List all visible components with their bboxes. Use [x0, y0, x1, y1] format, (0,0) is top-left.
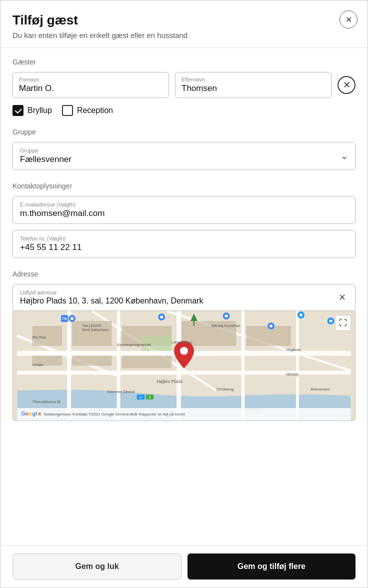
svg-text:Tastaturgenveje  Kortdata ©202: Tastaturgenveje Kortdata ©2021 Google Se… — [43, 412, 185, 416]
last-name-input[interactable] — [182, 84, 325, 94]
svg-text:Nikolaj Kunsthal: Nikolaj Kunsthal — [212, 324, 240, 328]
modal-subtitle: Du kan enten tilføje en enkelt gæst elle… — [12, 31, 356, 40]
group-section-label: Gruppe — [12, 128, 356, 136]
svg-text:Christiansg: Christiansg — [216, 388, 234, 392]
close-icon: ✕ — [346, 15, 352, 24]
save-add-button[interactable]: Gem og tilføj flere — [188, 554, 356, 580]
bryllup-checkbox-item[interactable]: Bryllup — [12, 105, 52, 116]
reception-checkbox-item[interactable]: Reception — [62, 105, 113, 116]
reception-label: Reception — [77, 106, 113, 115]
svg-rect-17 — [72, 356, 112, 366]
svg-text:o: o — [25, 410, 28, 416]
svg-point-35 — [180, 347, 188, 355]
email-label: E-mailadresse (Valgfri) — [20, 202, 348, 208]
first-name-input[interactable] — [19, 84, 162, 94]
svg-point-27 — [270, 324, 272, 328]
svg-rect-3 — [67, 311, 71, 420]
svg-rect-15 — [246, 326, 291, 346]
group-section: Gruppe Gruppe Fællesvenner ⌄ — [12, 128, 356, 170]
address-clear-button[interactable]: ✕ — [336, 290, 348, 305]
modal-footer: Gem og luk Gem og tilføj flere — [0, 545, 368, 588]
svg-text:Thorvaldsens M: Thorvaldsens M — [32, 400, 60, 404]
first-name-label: Fornavn — [19, 76, 162, 82]
svg-point-31 — [330, 320, 332, 322]
chevron-down-icon: ⌄ — [340, 150, 348, 162]
bryllup-label: Bryllup — [28, 106, 52, 115]
modal-header: Tilføj gæst Du kan enten tilføje en enke… — [0, 0, 368, 48]
email-input[interactable] — [20, 208, 348, 218]
phone-field-wrapper: Telefon nr. (Valgfri) — [12, 230, 356, 258]
svg-text:M: M — [140, 396, 142, 399]
address-inner: Udfyld adresse Højbro Plads 10, 3. sal, … — [20, 290, 336, 306]
svg-text:Vingårdst: Vingårdst — [286, 348, 300, 352]
guests-section-label: Gæster — [12, 58, 356, 66]
address-label: Udfyld adresse — [20, 290, 336, 296]
email-field-wrapper: E-mailadresse (Valgfri) — [12, 196, 356, 224]
expand-icon: ⛶ — [339, 318, 347, 328]
svg-text:Bremerholm: Bremerholm — [311, 388, 330, 391]
add-guest-modal: Tilføj gæst Du kan enten tilføje en enke… — [0, 0, 368, 588]
contact-section: Kontaktoplysninger E-mailadresse (Valgfr… — [12, 182, 356, 258]
svg-text:Højbro Plads: Højbro Plads — [156, 379, 182, 384]
svg-text:Riz Raz: Riz Raz — [32, 335, 46, 340]
address-value: Højbro Plads 10, 3. sal, 1200 København,… — [20, 296, 336, 306]
svg-text:Læderstræde: Læderstræde — [172, 340, 192, 344]
group-dropdown-label: Gruppe — [20, 148, 72, 154]
remove-icon: ✕ — [343, 80, 350, 90]
map-expand-button[interactable]: ⛶ — [335, 315, 351, 331]
svg-point-21 — [70, 317, 74, 320]
svg-rect-7 — [296, 311, 299, 420]
svg-text:S: S — [148, 396, 150, 399]
svg-rect-18 — [122, 356, 172, 368]
map-svg: 🛍 Højbro Plads Læderstræde Gammel Strand… — [13, 311, 355, 420]
address-section: Adresse Udfyld adresse Højbro Plads 10, … — [12, 270, 356, 421]
svg-text:Nikolaig: Nikolaig — [286, 372, 298, 376]
svg-text:The LEGO®: The LEGO® — [82, 324, 102, 328]
last-name-field: Efternavn — [175, 72, 332, 98]
modal-body: Gæster Fornavn Efternavn ✕ Bry — [0, 48, 368, 545]
svg-rect-6 — [241, 311, 244, 420]
map-container: 🛍 Højbro Plads Læderstræde Gammel Strand… — [12, 311, 356, 421]
bryllup-checkbox-visual — [12, 105, 24, 116]
svg-text:g: g — [32, 410, 36, 416]
contact-section-label: Kontaktoplysninger — [12, 182, 356, 190]
svg-text:Gammel Strand: Gammel Strand — [107, 390, 135, 394]
svg-text:Store København: Store København — [82, 328, 109, 332]
group-dropdown-inner: Gruppe Fællesvenner — [20, 148, 72, 164]
svg-point-25 — [225, 314, 228, 318]
modal-title: Tilføj gæst — [12, 12, 356, 28]
phone-input[interactable] — [20, 242, 348, 252]
svg-text:l: l — [36, 410, 37, 416]
address-field-wrapper: Udfyld adresse Højbro Plads 10, 3. sal, … — [12, 284, 356, 311]
phone-label: Telefon nr. (Valgfri) — [20, 236, 348, 242]
svg-text:🛍: 🛍 — [62, 316, 67, 321]
save-close-button[interactable]: Gem og luk — [12, 554, 182, 580]
event-checkboxes: Bryllup Reception — [12, 105, 356, 116]
svg-text:e: e — [38, 410, 41, 416]
svg-point-23 — [160, 316, 163, 318]
svg-text:Storkespringvandet: Storkespringvandet — [117, 342, 152, 347]
svg-text:Uniqlo: Uniqlo — [32, 362, 44, 367]
first-name-field: Fornavn — [12, 72, 169, 98]
name-row: Fornavn Efternavn ✕ — [12, 72, 356, 98]
svg-text:o: o — [28, 410, 32, 416]
reception-checkbox-visual — [62, 105, 73, 116]
guests-section: Gæster Fornavn Efternavn ✕ Bry — [12, 58, 356, 116]
remove-guest-button[interactable]: ✕ — [338, 76, 356, 94]
last-name-label: Efternavn — [182, 76, 325, 82]
address-section-label: Adresse — [12, 270, 356, 278]
group-dropdown[interactable]: Gruppe Fællesvenner ⌄ — [12, 142, 356, 170]
group-dropdown-value: Fællesvenner — [20, 154, 72, 164]
svg-point-29 — [300, 314, 302, 316]
close-button[interactable]: ✕ — [340, 10, 358, 28]
